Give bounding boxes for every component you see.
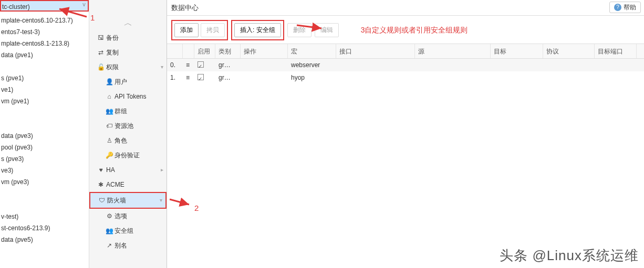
title-bar: 数据中心 ?帮助 [167,0,644,16]
nav-label: API Tokens [115,89,146,104]
external-icon: ↗ [104,238,115,253]
arrow-icon [55,6,92,22]
drag-handle[interactable]: ≡ [183,59,194,71]
side-nav: ︿ 🖫备份 ⇄复制 🔓权限▾ 👤用户 ⌂API Tokens 👥群组 🏷资源池 … [89,0,167,268]
col-protocol[interactable]: 协议 [543,44,595,58]
row-index: 1. [167,71,183,84]
enable-checkbox[interactable] [198,61,204,68]
nav-users[interactable]: 👤用户 [89,74,167,89]
nav-label: 选项 [115,209,127,223]
nav-label: 身份验证 [115,148,140,163]
nav-options[interactable]: ⚙选项 [89,209,167,223]
tree-item[interactable]: vm (pve3) [0,176,89,188]
nav-roles[interactable]: ♙角色 [89,133,167,148]
nav-api-tokens[interactable]: ⌂API Tokens [89,89,167,104]
group-icon: 👥 [104,104,115,119]
content-panel: 数据中心 ?帮助 添加 拷贝 插入: 安全组 删除 编辑 3自定义规则或者引用安… [167,0,644,268]
col-source[interactable]: 源 [415,44,491,58]
chevron-down-icon: ▾ [161,60,163,74]
copy-icon: ⇄ [96,45,106,60]
col-dport[interactable]: 目标端口 [595,44,637,58]
toolbar: 添加 拷贝 插入: 安全组 删除 编辑 3自定义规则或者引用安全组规则 [167,16,644,44]
tag-icon: 🏷 [104,119,115,133]
group-icon: 👥 [104,223,115,238]
table-header: 启用 类别 操作 宏 接口 源 目标 协议 目标端口 [167,44,644,59]
tree-item[interactable]: data (pve1) [0,49,89,61]
row-type: gr… [215,59,241,71]
col-action[interactable]: 操作 [241,44,288,58]
tree-item[interactable]: ve3) [0,165,89,176]
col-target[interactable]: 目标 [491,44,543,58]
tree-item[interactable]: data (pve5) [0,234,89,245]
col-interface[interactable]: 接口 [336,44,415,58]
nav-label: 资源池 [115,119,133,133]
tree-item[interactable]: data (pve3) [0,130,89,142]
page-title: 数据中心 [171,0,199,15]
svg-line-2 [297,25,321,28]
nav-firewall[interactable]: 🛡防火墙▾ [90,193,165,208]
row-type: gr… [215,71,241,84]
help-icon: ? [614,4,621,11]
table-row[interactable]: 1. ≡ gr… hyop [167,71,644,84]
role-icon: ♙ [104,133,115,148]
nav-acme[interactable]: ✱ACME [89,177,167,192]
tree-item[interactable]: pool (pve3) [0,142,89,153]
nav-label: 角色 [115,133,127,148]
col-type[interactable]: 类别 [215,44,241,58]
tree-item[interactable]: v-test) [0,211,89,222]
tree-item[interactable]: mplate-centos8.1-213.8) [0,38,89,49]
nav-alias[interactable]: ↗别名 [89,238,167,253]
svg-line-1 [170,199,189,205]
rules-table: 启用 类别 操作 宏 接口 源 目标 协议 目标端口 0. ≡ gr… webs… [167,44,644,84]
annotation-box: 插入: 安全组 [231,20,284,40]
tree-item[interactable]: ve1) [0,84,89,95]
arrow-icon [167,194,193,210]
gear-icon: ⚙ [104,209,115,223]
tree-item[interactable] [0,119,89,130]
row-index: 0. [167,59,183,71]
chevron-right-icon: ▸ [161,163,163,177]
tree-item[interactable]: vm (pve1) [0,95,89,107]
nav-label: 群组 [115,104,127,119]
nav-permissions[interactable]: 🔓权限▾ [89,60,167,74]
annotation-box: 添加 拷贝 [171,20,228,40]
copy-button[interactable]: 拷贝 [201,23,225,37]
nav-groups[interactable]: 👥群组 [89,104,167,119]
nav-ha[interactable]: ♥HA▸ [89,163,167,177]
help-button[interactable]: ?帮助 [609,2,641,13]
nav-secgroup[interactable]: 👥安全组 [89,223,167,238]
tree-item[interactable] [0,188,89,199]
col-macro[interactable]: 宏 [288,44,336,58]
nav-label: HA [106,163,115,177]
tree-item[interactable] [0,199,89,211]
nav-label: 用户 [115,74,127,89]
nav-collapse-icon[interactable]: ︿ [89,16,167,30]
tree-item[interactable] [0,107,89,119]
row-macro: hyop [288,71,336,84]
nav-label: 防火墙 [107,193,126,208]
nav-label: ACME [106,177,124,192]
tree-item[interactable]: entos7-test-3) [0,26,89,38]
nav-label: 备份 [106,30,119,45]
col-enable[interactable]: 启用 [194,44,215,58]
insert-secgroup-button[interactable]: 插入: 安全组 [234,23,281,37]
add-button[interactable]: 添加 [174,23,199,37]
heart-icon: ♥ [96,163,106,177]
enable-checkbox[interactable] [198,74,204,80]
nav-label: 安全组 [115,223,133,238]
watermark: 头条 @Linux系统运维 [500,246,639,265]
cert-icon: ✱ [96,177,106,192]
drag-handle[interactable]: ≡ [183,71,194,84]
nav-copy[interactable]: ⇄复制 [89,45,167,60]
tree-item[interactable]: s (pve3) [0,153,89,165]
nav-backup[interactable]: 🖫备份 [89,30,167,45]
annotation-text: 3自定义规则或者引用安全组规则 [361,26,468,35]
nav-pools[interactable]: 🏷资源池 [89,119,167,133]
table-row[interactable]: 0. ≡ gr… webserver [167,59,644,71]
annotation-text: 2 [194,203,199,212]
tree-item[interactable] [0,61,89,72]
help-label: 帮助 [624,2,636,13]
tree-item[interactable]: s (pve1) [0,72,89,84]
nav-auth[interactable]: 🔑身份验证 [89,148,167,163]
tree-item[interactable]: st-centos6-213.9) [0,222,89,234]
